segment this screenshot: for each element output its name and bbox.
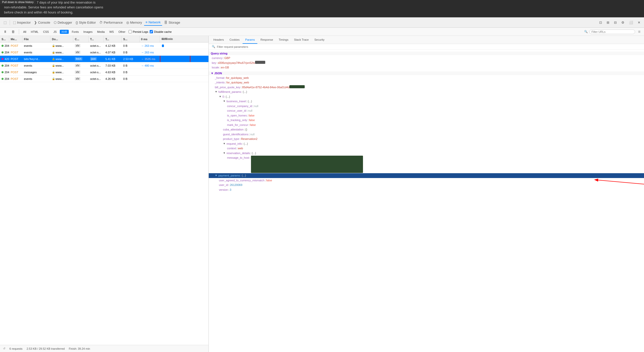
filter-options-button[interactable]: ≡ [637,28,642,35]
tab-storage[interactable]: 🗄 Storage [163,20,182,25]
devtools-panel: ⬚ ⬚ Inspector ❯ Console ⬡ Debugger {} St… [0,17,644,352]
expand-arrow-icon[interactable]: ▼ [215,90,217,94]
tab-params[interactable]: Params [243,36,257,44]
filter-css[interactable]: CSS [41,30,50,34]
col-header-cause[interactable]: C... [73,36,89,42]
row-method-cell: POST [9,56,22,62]
json-param-row: is_open_homes : false [209,113,644,118]
json-param-row: ▼ reservation_details : {...} [209,151,644,156]
table-row[interactable]: 204 POST messages 🔒www... xhr octet-s...… [0,69,208,76]
expand-arrow-icon[interactable]: ▼ [223,151,226,155]
row-cause-cell: fetch [73,56,89,62]
col-header-transferred[interactable]: T... [104,36,122,42]
filter-xhr[interactable]: XHR [60,30,69,34]
expand-arrow-icon[interactable]: ▼ [215,173,217,177]
table-row[interactable]: 204 POST events 🔒www... xhr octet-s... 4… [0,49,208,56]
json-label: ▼ JSON [209,71,644,75]
split-vertical-button[interactable]: ⊡ [598,20,604,25]
pick-element-button[interactable]: ⬚ [2,20,8,25]
row-status-cell: 204 [0,69,9,75]
table-row[interactable]: 204 POST events 🔒www... xhr octet-s... 4… [0,42,208,49]
status-dot [2,71,4,73]
tab-performance[interactable]: ⏱ Performance [98,20,124,25]
tab-timings[interactable]: Timings [276,36,291,44]
performance-icon: ⏱ [99,21,103,24]
status-dot [2,65,4,67]
tab-inspector[interactable]: ⬚ Inspector [11,20,32,25]
tab-security[interactable]: Security [312,36,327,44]
json-param-row: bill_price_quote_key : 85d4a41e-8752-4b4… [209,85,644,90]
tab-response[interactable]: Response [258,36,276,44]
page-background: Pull down to show history e fees). Cance… [0,0,644,17]
param-row: locale : en-GB [209,65,644,70]
disable-cache-label[interactable]: Disable cache [150,30,172,33]
row-type-cell: octet-s... [89,49,104,55]
tab-network[interactable]: ≡ Network [144,19,162,26]
filter-other[interactable]: Other [117,30,127,34]
devtools-toolbar: ⬚ ⬚ Inspector ❯ Console ⬡ Debugger {} St… [0,18,644,28]
disable-cache-checkbox[interactable] [150,30,153,33]
toolbar-separator-1 [10,20,10,25]
close-devtools-button[interactable]: ✕ [636,20,642,25]
filter-media[interactable]: Media [95,30,106,34]
row-transferred-cell: 4.07 KB [104,49,122,55]
row-transferred-cell: 4.12 KB [104,42,122,49]
col-header-file[interactable]: File [22,36,50,42]
undock-button[interactable]: ⊟ [612,20,618,25]
query-string-section: Query string currency : GBP key : d306zo… [209,51,644,70]
tab-memory[interactable]: ◎ Memory [125,20,144,25]
loading-icon: ↺ [3,347,5,350]
tab-headers[interactable]: Headers [211,36,227,44]
row-time-cell [139,76,160,82]
expand-arrow-icon[interactable]: ▼ [219,95,221,98]
filter-fonts[interactable]: Fonts [70,30,80,34]
filter-urls-input[interactable] [589,30,635,34]
tab-debugger[interactable]: ⬡ Debugger [52,20,74,25]
table-row[interactable]: 204 POST events 🔒www... xhr octet-s... 4… [0,76,208,82]
params-filter-bar: 🔍 Filter request parameters [209,44,644,50]
tab-style-editor[interactable]: {} Style Editor [74,20,97,25]
clear-button[interactable]: 🗑 [10,29,16,35]
col-header-domain[interactable]: Do... [50,36,73,42]
col-header-status[interactable]: S... [0,36,9,42]
row-type-cell: json [89,56,104,62]
transfer-size: 2.53 KB / 29.52 KB transferred [26,347,65,350]
expand-button[interactable]: ⬜ [627,20,635,25]
filter-ws[interactable]: WS [108,30,115,34]
tab-stack-trace[interactable]: Stack Trace [291,36,311,44]
filter-all[interactable]: All [22,30,28,34]
persist-logs-checkbox[interactable] [129,30,132,33]
row-timeline-cell [160,49,208,55]
col-header-method[interactable]: Me... [9,36,22,42]
row-method-cell: POST [9,62,22,69]
row-status-cell: 204 [0,42,9,49]
table-row[interactable]: 420 POST bills?key=d... 🔒www... fetch js… [0,56,208,62]
expand-arrow-icon[interactable]: ▼ [223,99,226,103]
json-param-row: product_type : Reservation2 [209,137,644,141]
pause-recording-button[interactable]: ⏸ [2,29,8,35]
tab-cookies[interactable]: Cookies [227,36,242,44]
json-param-row: concur_company_id : null [209,104,644,109]
filter-js[interactable]: JS [52,30,58,34]
row-file-cell: messages [22,69,50,75]
filter-html[interactable]: HTML [29,30,40,34]
filter-images[interactable]: Images [82,30,94,34]
settings-button[interactable]: ⚙ [620,20,626,25]
lock-icon: 🔒 [52,71,55,74]
json-param-row: version : 3 [209,187,644,192]
row-domain-cell: 🔒www... [50,76,73,82]
table-row[interactable]: 204 POST events 🔒www... xhr octet-s... 7… [0,62,208,69]
col-header-type[interactable]: T... [89,36,104,42]
row-status-cell: 420 [0,56,9,62]
persist-logs-label[interactable]: Persist Logs [129,30,148,33]
lock-icon: 🔒 [52,77,55,80]
col-header-time[interactable]: 0 ms [139,36,160,42]
json-param-row: context : web [209,146,644,151]
finish-time: Finish: 39.24 min [69,347,90,350]
tab-console[interactable]: ❯ Console [33,20,52,25]
row-status-cell: 204 [0,62,9,69]
json-param-row: ▼ 0 : {...} [209,94,644,99]
split-horizontal-button[interactable]: ⊞ [605,20,611,25]
expand-arrow-icon[interactable]: ▼ [223,142,226,145]
col-header-size[interactable]: S... [122,36,139,42]
